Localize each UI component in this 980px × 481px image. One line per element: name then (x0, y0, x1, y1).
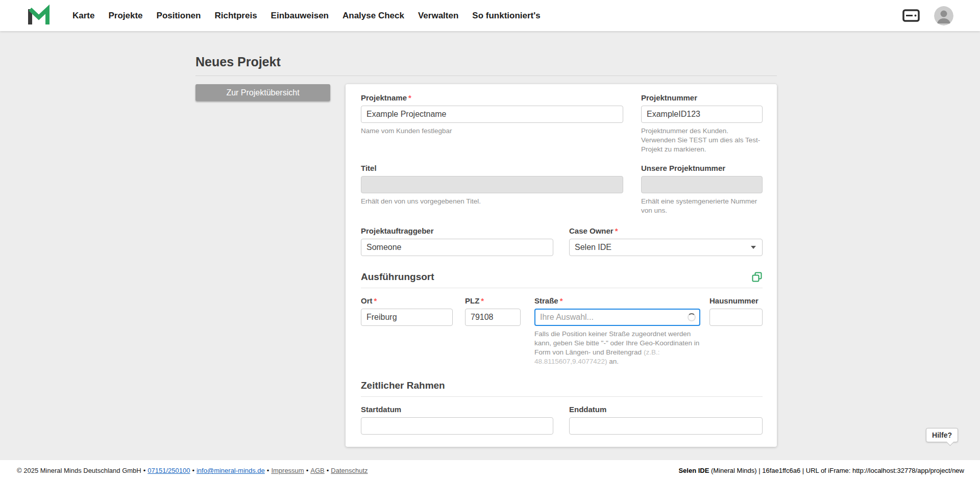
label-text: Ort (361, 296, 373, 305)
plz-field: PLZ* (465, 296, 521, 366)
nav-item-karte[interactable]: Karte (72, 11, 94, 21)
section-divider (361, 396, 763, 397)
strasse-helper-suffix: an. (607, 358, 619, 365)
strasse-helper: Falls die Position keiner Straße zugeord… (534, 330, 700, 366)
titel-label: Titel (361, 164, 623, 172)
separator: • (143, 467, 146, 474)
projektauftraggeber-input[interactable] (361, 239, 553, 256)
titel-input (361, 176, 623, 193)
nav-item-einbauweisen[interactable]: Einbauweisen (271, 11, 329, 21)
projektauftraggeber-field: Projektauftraggeber (361, 226, 553, 256)
required-asterisk: * (374, 296, 377, 305)
required-asterisk: * (560, 296, 563, 305)
chevron-down-icon (751, 246, 756, 249)
startdatum-label: Startdatum (361, 405, 553, 414)
server-icon[interactable] (902, 9, 920, 22)
footer-datenschutz-link[interactable]: Datenschutz (331, 467, 368, 474)
footer-session-detail: (Mineral Minds) | 16fae1ffc6a6 | URL of … (709, 467, 964, 474)
plz-label: PLZ* (465, 296, 521, 305)
separator: • (306, 467, 309, 474)
logo[interactable] (28, 4, 50, 28)
ort-input[interactable] (361, 309, 453, 326)
label-text: Startdatum (361, 405, 401, 414)
help-button[interactable]: Hilfe? (926, 428, 958, 442)
footer-impressum-link[interactable]: Impressum (271, 467, 304, 474)
ort-field: Ort* (361, 296, 453, 366)
label-text: Case Owner (569, 226, 614, 235)
nav-item-analyse-check[interactable]: Analyse Check (342, 11, 404, 21)
back-to-project-overview-button[interactable]: Zur Projektübersicht (195, 84, 330, 101)
enddatum-input[interactable] (569, 417, 763, 435)
hausnummer-field: Hausnummer (709, 296, 763, 366)
projektnummer-label: Projektnummer (641, 93, 763, 102)
unsere-projektnummer-field: Unsere Projektnummer Erhält eine systemg… (641, 164, 763, 215)
ort-label: Ort* (361, 296, 453, 305)
mineral-minds-logo-icon (28, 4, 50, 28)
title-divider (195, 75, 777, 76)
projektauftraggeber-label: Projektauftraggeber (361, 226, 553, 235)
user-avatar[interactable] (934, 6, 953, 26)
section-title-zeitlicher-rahmen: Zeitlicher Rahmen (361, 380, 445, 391)
case-owner-field: Case Owner* Selen IDE (569, 226, 763, 256)
projektname-helper: Name vom Kunden festlegbar (361, 126, 623, 136)
nav-item-verwalten[interactable]: Verwalten (418, 11, 458, 21)
strasse-label: Straße* (534, 296, 700, 305)
required-asterisk: * (481, 296, 484, 305)
section-title-ausfuehrungsort: Ausführungsort (361, 271, 434, 283)
label-text: Unsere Projektnummer (641, 164, 725, 172)
footer-email-link[interactable]: info@mineral-minds.de (197, 467, 265, 474)
nav-item-projekte[interactable]: Projekte (108, 11, 142, 21)
startdatum-input[interactable] (361, 417, 553, 435)
footer-agb-link[interactable]: AGB (310, 467, 324, 474)
footer-session-info: Selen IDE (Mineral Minds) | 16fae1ffc6a6… (678, 467, 964, 474)
footer-phone-link[interactable]: 07151/250100 (148, 467, 190, 474)
label-text: Hausnummer (709, 296, 758, 305)
nav-item-richtpreis[interactable]: Richtpreis (214, 11, 257, 21)
page-title: Neues Projekt (195, 55, 777, 69)
case-owner-label: Case Owner* (569, 226, 763, 235)
content-area: Neues Projekt Zur Projektübersicht Proje… (0, 31, 980, 460)
startdatum-field: Startdatum (361, 405, 553, 435)
label-text: Projektname (361, 93, 407, 102)
nav-item-so-funktionierts[interactable]: So funktioniert's (472, 11, 540, 21)
hausnummer-input[interactable] (709, 309, 763, 326)
unsere-projektnummer-helper: Erhält eine systemgenerierte Nummer von … (641, 197, 763, 215)
enddatum-field: Enddatum (569, 405, 763, 435)
titel-helper: Erhält den von uns vorgegebenen Titel. (361, 197, 623, 206)
projektname-label: Projektname* (361, 93, 623, 102)
new-project-form-card: Projektname* Name vom Kunden festlegbar … (346, 84, 777, 447)
footer: © 2025 Mineral Minds Deutschland GmbH • … (0, 460, 980, 481)
required-asterisk: * (408, 93, 411, 102)
projektname-input[interactable] (361, 106, 623, 123)
label-text: Titel (361, 164, 377, 172)
help-label: Hilfe? (932, 431, 952, 439)
titel-field: Titel Erhält den von uns vorgegebenen Ti… (361, 164, 623, 215)
projektname-field: Projektname* Name vom Kunden festlegbar (361, 93, 623, 154)
enddatum-label: Enddatum (569, 405, 763, 414)
case-owner-selected-value: Selen IDE (575, 243, 611, 252)
label-text: Enddatum (569, 405, 606, 414)
strasse-helper-main: Falls die Position keiner Straße zugeord… (534, 330, 699, 356)
unsere-projektnummer-label: Unsere Projektnummer (641, 164, 763, 172)
copy-icon[interactable] (751, 271, 763, 283)
separator: • (327, 467, 329, 474)
label-text: PLZ (465, 296, 479, 305)
projektnummer-input[interactable] (641, 106, 763, 123)
footer-left: © 2025 Mineral Minds Deutschland GmbH • … (17, 467, 368, 474)
unsere-projektnummer-input (641, 176, 763, 193)
projektnummer-helper: Projektnummer des Kunden. Verwenden Sie … (641, 126, 763, 154)
strasse-input[interactable] (534, 309, 700, 326)
nav-item-positionen[interactable]: Positionen (157, 11, 201, 21)
label-text: Straße (534, 296, 558, 305)
plz-input[interactable] (465, 309, 521, 326)
hausnummer-label: Hausnummer (709, 296, 763, 305)
projektnummer-field: Projektnummer Projektnummer des Kunden. … (641, 93, 763, 154)
section-divider (361, 288, 763, 288)
label-text: Projektnummer (641, 93, 697, 102)
main-nav: Karte Projekte Positionen Richtpreis Ein… (72, 11, 541, 21)
footer-session-user: Selen IDE (678, 467, 709, 474)
case-owner-select[interactable]: Selen IDE (569, 239, 763, 256)
strasse-field: Straße* Falls die Position keiner Straße… (534, 296, 700, 366)
separator: • (267, 467, 270, 474)
required-asterisk: * (615, 226, 618, 235)
